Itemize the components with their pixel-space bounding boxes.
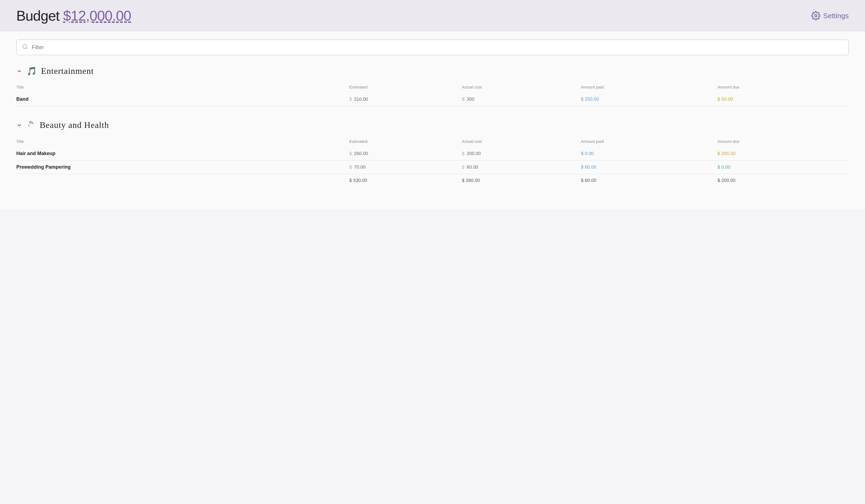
total-paid-value: $ 60.00: [581, 178, 596, 183]
estimated-value: 70.00: [354, 165, 366, 170]
col-due-1: Amount due: [717, 137, 849, 147]
col-actual-1: Actual cost: [462, 137, 581, 147]
total-actual-value: $ 260.00: [462, 178, 480, 183]
estimated-cell: $ 260.00: [349, 151, 462, 156]
total-estimated-value: $ 330.00: [349, 178, 367, 183]
svg-line-2: [26, 48, 27, 49]
total-estimated: $ 330.00: [349, 178, 462, 183]
amount-due-cell: $ 200.00: [717, 151, 735, 156]
amount-due-cell: $ 50.00: [717, 97, 733, 102]
beauty-health-table-header: Title Estimated Actual cost Amount paid …: [16, 137, 849, 147]
estimated-value: 310.00: [354, 97, 368, 102]
actual-cost-value: 60.00: [467, 165, 478, 170]
search-icon: [22, 44, 28, 51]
col-actual-0: Actual cost: [462, 83, 581, 93]
actual-cost-cell: $ 200.00: [462, 151, 581, 156]
item-title: Band: [16, 96, 28, 102]
col-paid-1: Amount paid: [581, 137, 717, 147]
col-paid-0: Amount paid: [581, 83, 717, 93]
beauty-health-icon: [27, 120, 35, 130]
col-title-0: Title: [16, 83, 349, 93]
main-content: 🎵 Entertainment Title Estimated Actual c…: [0, 32, 865, 209]
table-row: Hair and Makeup $ 260.00 $ 200.00: [16, 147, 849, 161]
amount-due-cell: $ 0.00: [717, 165, 730, 170]
table-row: Prewedding Pampering $ 70.00 $ 60.00: [16, 161, 849, 174]
budget-amount[interactable]: $12,000.00: [63, 8, 131, 24]
estimated-value: 260.00: [354, 151, 368, 156]
table-row: Band $ 310.00 $ 300 $ 250: [16, 93, 849, 106]
gear-icon: [811, 11, 820, 20]
total-due-value: $ 200.00: [717, 178, 735, 183]
filter-bar: [16, 40, 849, 55]
entertainment-section: 🎵 Entertainment Title Estimated Actual c…: [16, 66, 849, 106]
page-title: Budget $12,000.00: [16, 8, 131, 24]
totals-row: $ 330.00 $ 260.00 $ 60.00: [16, 174, 849, 187]
estimated-cell: $ 310.00: [349, 97, 462, 102]
budget-label: Budget: [16, 8, 59, 24]
entertainment-icon: 🎵: [27, 66, 37, 76]
item-title: Hair and Makeup: [16, 151, 55, 156]
actual-cost-cell: $ 300: [462, 97, 581, 102]
total-paid: $ 60.00: [581, 178, 717, 183]
settings-label: Settings: [823, 12, 849, 20]
estimated-cell: $ 70.00: [349, 165, 462, 170]
beauty-health-header: Beauty and Health: [16, 120, 849, 130]
page-header: Budget $12,000.00 Settings: [0, 0, 865, 32]
col-estimated-1: Estimated: [349, 137, 462, 147]
actual-cost-value: 300: [467, 97, 474, 102]
beauty-health-title: Beauty and Health: [40, 120, 109, 130]
svg-point-0: [815, 15, 817, 17]
entertainment-table: Title Estimated Actual cost Amount paid …: [16, 83, 849, 106]
total-due: $ 200.00: [717, 178, 849, 183]
actual-cost-value: 200.00: [467, 151, 481, 156]
entertainment-chevron[interactable]: [16, 68, 22, 74]
amount-paid-cell: $ 250.00: [581, 97, 599, 102]
amount-paid-cell: $ 60.00: [581, 165, 596, 170]
col-title-1: Title: [16, 137, 349, 147]
svg-point-1: [23, 45, 27, 49]
beauty-health-table: Title Estimated Actual cost Amount paid …: [16, 137, 849, 187]
item-title: Prewedding Pampering: [16, 164, 71, 170]
col-estimated-0: Estimated: [349, 83, 462, 93]
beauty-health-chevron[interactable]: [16, 122, 22, 128]
filter-input[interactable]: [32, 44, 843, 50]
entertainment-table-header: Title Estimated Actual cost Amount paid …: [16, 83, 849, 93]
actual-cost-cell: $ 60.00: [462, 165, 581, 170]
amount-paid-cell: $ 0.00: [581, 151, 593, 156]
entertainment-header: 🎵 Entertainment: [16, 66, 849, 76]
col-due-0: Amount due: [717, 83, 849, 93]
entertainment-title: Entertainment: [41, 66, 94, 76]
total-actual: $ 260.00: [462, 178, 581, 183]
beauty-health-section: Beauty and Health Title Estimated Actual…: [16, 120, 849, 187]
settings-button[interactable]: Settings: [811, 11, 849, 20]
